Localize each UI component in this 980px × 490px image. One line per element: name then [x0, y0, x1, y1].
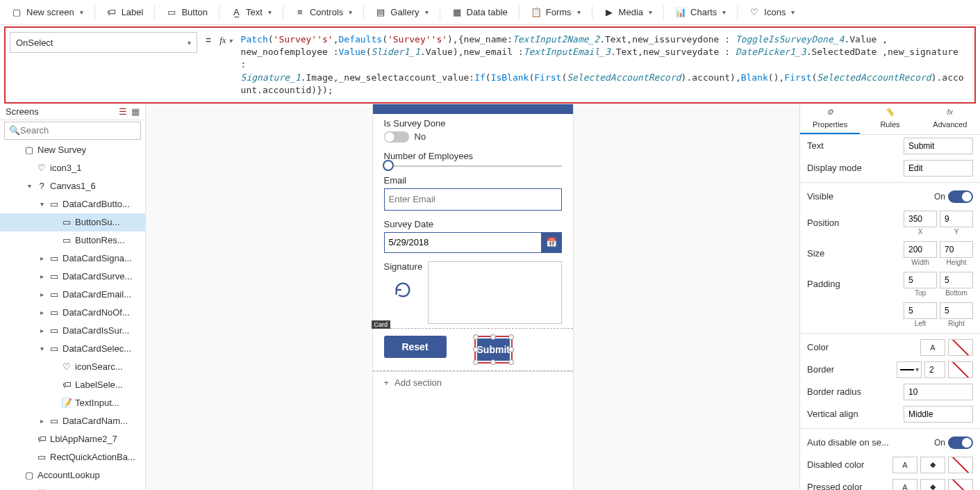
tree-item-canvas1_6[interactable]: ▾?Canvas1_6: [0, 177, 145, 195]
employees-slider[interactable]: [384, 165, 562, 167]
ribbon-charts[interactable]: 📊Charts▾: [670, 4, 731, 21]
tree-item-buttonsu[interactable]: ▭ButtonSu...: [0, 213, 145, 231]
tree-item-rectquickactionba[interactable]: ▭RectQuickActionBa...: [0, 448, 145, 466]
email-input[interactable]: [384, 188, 562, 211]
pressed-fill-color[interactable]: ◆: [920, 479, 945, 490]
tree-item-accountlookup[interactable]: ▢AccountLookup: [0, 466, 145, 484]
card-tag: Card: [372, 320, 391, 329]
tree-item-datacardemail[interactable]: ▸▭DataCardEmail...: [0, 286, 145, 304]
thumbnail-view-icon[interactable]: ▦: [131, 106, 140, 117]
prop-visible-label: Visible: [807, 191, 934, 202]
tab-rules[interactable]: 📏Rules: [860, 104, 920, 134]
refresh-icon[interactable]: [393, 280, 413, 300]
pressed-border-color[interactable]: [948, 479, 973, 490]
autodisable-toggle[interactable]: [948, 436, 973, 449]
submit-button[interactable]: Submit: [477, 338, 510, 361]
ribbon-gallery[interactable]: ▤Gallery▾: [369, 4, 433, 21]
screens-panel-header: Screens ☰ ▦: [0, 104, 145, 120]
border-style-select[interactable]: ▾: [897, 361, 922, 378]
ribbon-data-table[interactable]: ▦Data table: [446, 4, 513, 21]
properties-tabs: ⚙Properties 📏Rules fxAdvanced: [800, 104, 980, 135]
tree-item-buttonres[interactable]: ▭ButtonRes...: [0, 231, 145, 250]
tree-item-datacardissur[interactable]: ▸▭DataCardIsSur...: [0, 322, 145, 340]
tree-item-datacardsigna[interactable]: ▸▭DataCardSigna...: [0, 250, 145, 268]
phone-header-bar: [373, 104, 573, 114]
tree-item-datacardbutto[interactable]: ▾▭DataCardButto...: [0, 195, 145, 213]
tree-item-iconsearc[interactable]: ♡iconSearc...: [0, 358, 145, 376]
chevron-icon: ▸: [38, 417, 46, 425]
formula-input[interactable]: Patch('Survey''s',Defaults('Survey''s'),…: [235, 29, 973, 101]
num-employees-label: Number of Employees: [384, 151, 562, 161]
ribbon-label[interactable]: 🏷Label: [101, 4, 149, 21]
tab-properties[interactable]: ⚙Properties: [800, 104, 860, 134]
card-icon: ▭: [49, 199, 60, 210]
ribbon-text[interactable]: A̲Text▾: [225, 4, 277, 21]
tree-item-labelsele[interactable]: 🏷LabelSele...: [0, 376, 145, 394]
tree-item-datacardsurve[interactable]: ▸▭DataCardSurve...: [0, 268, 145, 286]
card-icon: ▭: [49, 416, 60, 427]
tree-item-newsurvey[interactable]: ▢New Survey: [0, 141, 145, 159]
pos-x-input[interactable]: [904, 211, 937, 227]
reset-button[interactable]: Reset: [384, 336, 447, 358]
formula-bar-highlight: OnSelect ▾ = fx▾ Patch('Survey''s',Defau…: [4, 26, 976, 104]
screens-panel: Screens ☰ ▦ 🔍 ▢New Survey♡icon3_1▾?Canva…: [0, 104, 146, 490]
rect-icon: ▭: [36, 452, 47, 463]
tree-item-datacardselec[interactable]: ▾▭DataCardSelec...: [0, 340, 145, 358]
disabled-fill-color[interactable]: ◆: [920, 457, 945, 473]
pad-right-input[interactable]: [940, 302, 973, 319]
fill-color-button[interactable]: [948, 339, 973, 356]
tree-item-lblappname2_7[interactable]: 🏷LblAppName2_7: [0, 430, 145, 448]
pad-top-input[interactable]: [904, 272, 937, 288]
text-icon: A̲: [231, 7, 242, 18]
tree-view-icon[interactable]: ☰: [119, 106, 127, 117]
ribbon-new-screen[interactable]: ▢New screen▾: [6, 4, 89, 21]
prop-display-input[interactable]: [904, 160, 973, 177]
pad-left-input[interactable]: [904, 302, 937, 319]
property-selector-value: OnSelect: [16, 38, 53, 48]
pad-bottom-input[interactable]: [940, 272, 973, 288]
signature-canvas[interactable]: [428, 261, 561, 324]
slider-thumb[interactable]: [383, 160, 394, 171]
label-icon: 🏷: [36, 434, 47, 445]
search-box[interactable]: 🔍: [4, 122, 141, 140]
tree-item-icon3_1[interactable]: ♡icon3_1: [0, 159, 145, 177]
prop-position-label: Position: [807, 218, 904, 228]
label-icon: 🏷: [106, 7, 117, 18]
radius-input[interactable]: [904, 384, 973, 400]
tree-item-datacardnam[interactable]: ▸▭DataCardNam...: [0, 412, 145, 430]
ribbon-button[interactable]: ▭Button: [160, 4, 213, 21]
tree-item-datacardnoof[interactable]: ▸▭DataCardNoOf...: [0, 304, 145, 322]
is-survey-done-toggle[interactable]: [384, 131, 409, 142]
font-color-button[interactable]: A: [920, 339, 945, 356]
border-width-input[interactable]: [924, 361, 945, 378]
valign-input[interactable]: [904, 406, 973, 423]
pressed-font-color[interactable]: A: [892, 479, 917, 490]
width-input[interactable]: [904, 241, 937, 258]
fx-label[interactable]: fx▾: [217, 29, 235, 46]
property-selector[interactable]: OnSelect ▾: [10, 32, 197, 53]
tree-item-textinput[interactable]: 📝TextInput...: [0, 394, 145, 412]
disabled-border-color[interactable]: [948, 457, 973, 473]
textinput-icon: 📝: [61, 398, 72, 409]
ribbon-forms[interactable]: 📋Forms▾: [525, 4, 586, 21]
icons-icon: ♡: [36, 163, 47, 174]
screen-icon: ▢: [11, 7, 22, 18]
height-input[interactable]: [940, 241, 973, 258]
tree-item-icon2[interactable]: ♡icon2: [0, 484, 145, 490]
prop-display-label: Display mode: [807, 163, 904, 173]
visible-toggle[interactable]: [948, 190, 973, 203]
search-input[interactable]: [20, 125, 137, 136]
tab-advanced[interactable]: fxAdvanced: [920, 104, 980, 134]
border-color-button[interactable]: [948, 361, 973, 378]
ribbon-icons[interactable]: ♡Icons▾: [743, 4, 800, 21]
calendar-icon[interactable]: 📅: [541, 232, 562, 253]
equals-sign: =: [200, 29, 217, 46]
disabled-font-color[interactable]: A: [892, 457, 917, 473]
ribbon-media[interactable]: ▶Media▾: [598, 4, 658, 21]
prop-text-input[interactable]: [904, 138, 973, 154]
pos-y-input[interactable]: [940, 211, 973, 227]
ribbon-controls[interactable]: ≡Controls▾: [289, 4, 358, 21]
date-input[interactable]: [384, 232, 541, 253]
add-section-button[interactable]: + Add section: [373, 371, 573, 393]
prop-autodisable-label: Auto disable on se...: [807, 437, 934, 448]
